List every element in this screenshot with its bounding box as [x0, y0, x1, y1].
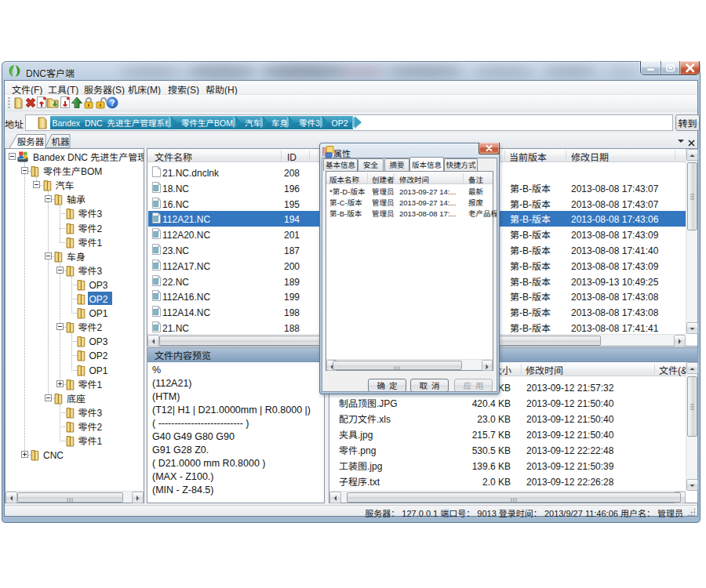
svg-text:?: ?: [110, 98, 115, 107]
